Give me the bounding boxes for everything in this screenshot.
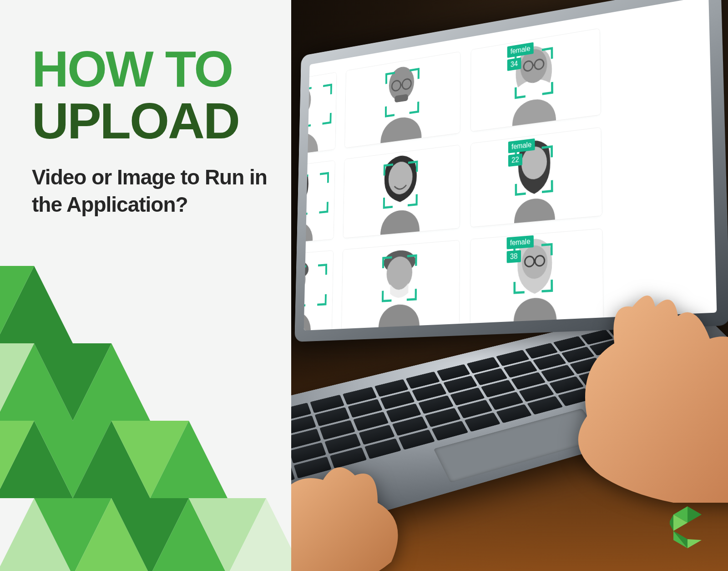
svg-marker-47 (670, 515, 673, 531)
right-panel-photo: male 35 (291, 0, 728, 571)
subtitle: Video or Image to Run in the Application… (32, 164, 278, 219)
svg-line-24 (401, 85, 402, 85)
face-card: male 35 (304, 72, 337, 159)
age-tag: 38 (507, 250, 521, 263)
portrait (342, 240, 460, 330)
portrait (470, 127, 602, 227)
left-panel: HOW TO UPLOAD Video or Image to Run in t… (0, 0, 291, 571)
svg-line-28 (533, 65, 535, 66)
user-hand-right (537, 275, 728, 503)
portrait (471, 29, 601, 132)
face-card (341, 240, 460, 331)
portrait (345, 52, 460, 148)
svg-marker-46 (688, 539, 702, 548)
portrait (344, 145, 460, 238)
promo-canvas: HOW TO UPLOAD Video or Image to Run in t… (0, 0, 728, 571)
triangle-mosaic (0, 248, 314, 571)
age-tag: 22 (508, 153, 522, 167)
portrait (304, 250, 333, 330)
brand-logo (670, 506, 705, 548)
face-card: female 29 (304, 160, 335, 246)
headline-line2: UPLOAD (32, 95, 239, 147)
gender-tag: female (507, 235, 534, 250)
face-card: male 62 (304, 250, 334, 330)
age-tag: 34 (507, 57, 521, 71)
svg-marker-40 (688, 506, 702, 523)
face-card: female 34 (470, 28, 601, 132)
headline-line1: HOW TO (32, 43, 239, 95)
face-card (343, 144, 460, 238)
face-card (344, 51, 460, 148)
face-card: female 22 (470, 127, 602, 228)
user-hand-left (291, 444, 419, 571)
page-title: HOW TO UPLOAD (32, 43, 239, 147)
